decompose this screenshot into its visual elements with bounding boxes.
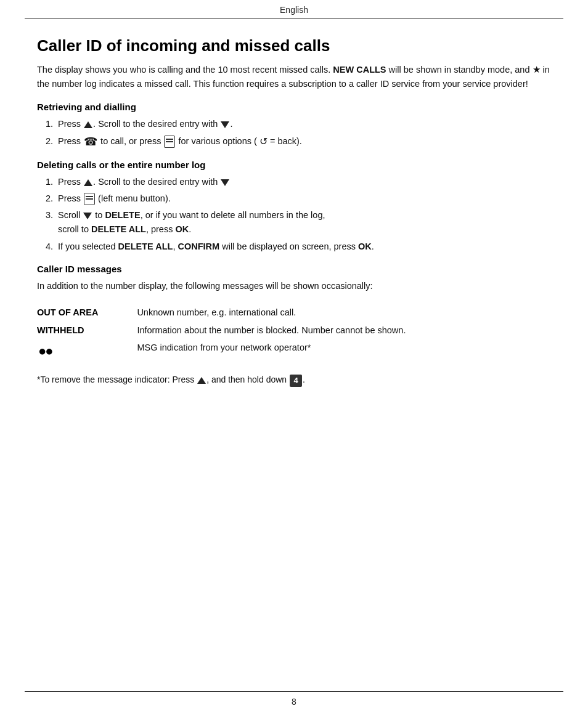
intro-text-after-bold: will be shown in standby mode, and [386,65,533,75]
message-row-voicemail: ●● MSG indication from your network oper… [37,339,551,363]
content-area: Caller ID of incoming and missed calls T… [0,19,588,435]
footnote: *To remove the message indicator: Press … [37,373,551,387]
down-arrow-icon-2 [221,179,229,186]
deleting-steps-list: Press . Scroll to the desired entry with… [55,175,551,254]
menu-btn-icon-2 [84,193,95,205]
menu-btn-icon [164,136,175,148]
section-heading-retrieving: Retrieving and dialling [37,102,551,112]
messages-section: In addition to the number display, the f… [37,279,551,387]
section-heading-callerid: Caller ID messages [37,264,551,274]
back-icon: ↺ [259,134,267,150]
page-container: English Caller ID of incoming and missed… [0,0,588,714]
new-calls-bold: NEW CALLS [333,65,386,75]
call-icon: ☎ [84,136,97,147]
ok-bold-1: OK [175,224,189,234]
up-arrow-icon-2 [84,179,92,186]
message-row-withheld: WITHHELD Information about the number is… [37,322,551,339]
up-arrow-icon-footnote [197,377,206,384]
voicemail-icon-cell: ●● [37,339,137,363]
down-arrow-icon [221,121,229,128]
star-icon: ★ [533,65,541,75]
voicemail-desc: MSG indication from your network operato… [137,339,551,363]
4key-icon: 4 [290,375,302,387]
page-number: 8 [0,697,588,707]
intro-paragraph: The display shows you who is calling and… [37,63,551,91]
bottom-divider [25,691,563,692]
out-of-area-desc: Unknown number, e.g. international call. [137,304,551,321]
up-arrow-icon [84,121,92,128]
page-title: Caller ID of incoming and missed calls [37,36,551,55]
callerid-intro: In addition to the number display, the f… [37,279,551,293]
retrieving-step-2: Press ☎ to call, or press for various op… [55,134,551,150]
section-heading-deleting: Deleting calls or the entire number log [37,160,551,170]
deleting-step-1: Press . Scroll to the desired entry with [55,175,551,189]
deleting-step-3: Scroll to DELETE, or if you want to dele… [55,208,551,237]
delete-all-bold-2: DELETE ALL [118,241,173,251]
retrieving-step-1: Press . Scroll to the desired entry with… [55,117,551,131]
message-row-out-of-area: OUT OF AREA Unknown number, e.g. interna… [37,304,551,321]
deleting-step-2: Press (left menu button). [55,192,551,206]
deleting-step-4: If you selected DELETE ALL, CONFIRM will… [55,240,551,254]
withheld-desc: Information about the number is blocked.… [137,322,551,339]
messages-table: OUT OF AREA Unknown number, e.g. interna… [37,304,551,363]
down-arrow-icon-3 [83,213,92,219]
out-of-area-label: OUT OF AREA [37,304,137,321]
withheld-label: WITHHELD [37,322,137,339]
delete-bold: DELETE [105,210,140,220]
confirm-bold: CONFIRM [178,241,219,251]
retrieving-steps-list: Press . Scroll to the desired entry with… [55,117,551,150]
delete-all-bold: DELETE ALL [91,224,146,234]
intro-text-before-bold: The display shows you who is calling and… [37,65,333,75]
ok-bold-2: OK [358,241,372,251]
voicemail-icon: ●● [38,341,52,362]
language-label: English [0,0,588,18]
